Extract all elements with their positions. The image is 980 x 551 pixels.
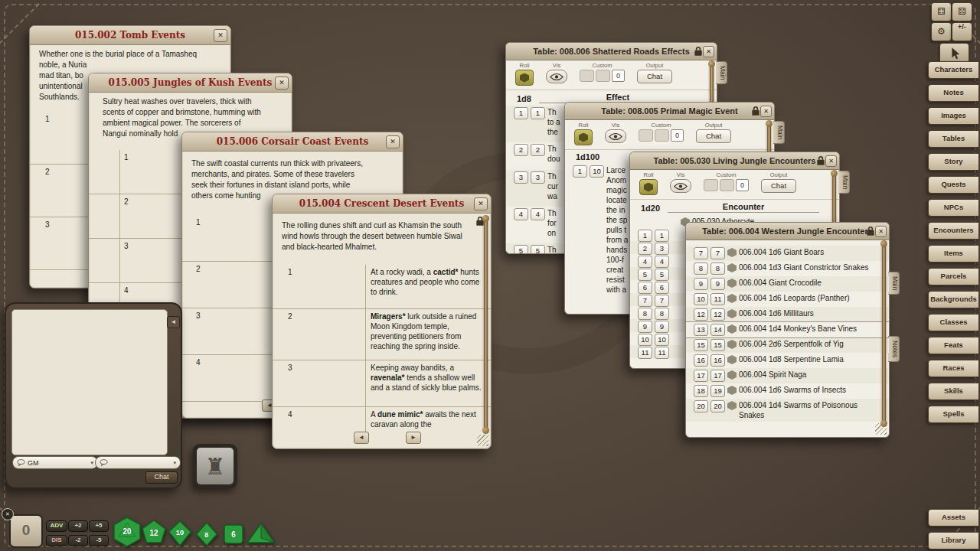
range-from-button[interactable]: 5 — [514, 245, 528, 253]
effect-text[interactable]: Thdou — [547, 144, 560, 164]
custom-value[interactable]: 0 — [671, 129, 684, 142]
roll-die-button[interactable] — [639, 179, 658, 195]
range-to-button[interactable]: 10 — [590, 165, 604, 178]
encounter-link[interactable]: 006.004 2d6 Serpentfolk of Yig — [739, 339, 875, 349]
d20-die[interactable]: 20 — [113, 517, 142, 547]
lock-icon[interactable] — [866, 226, 875, 236]
close-icon[interactable]: ✕ — [875, 226, 887, 237]
range-from-button[interactable]: 13 — [694, 324, 708, 336]
range-from-button[interactable]: 2 — [638, 243, 652, 255]
effect-text[interactable]: Thcurwa — [547, 171, 558, 201]
effect-text[interactable]: Thforon — [547, 208, 557, 238]
range-to-button[interactable]: 2 — [531, 144, 545, 156]
encounter-link[interactable]: 006.004 1d4 Monkey's Bane Vines — [739, 324, 875, 334]
custom-decrement-button[interactable] — [639, 129, 653, 142]
effect-text[interactable]: Thto athe — [547, 107, 560, 137]
range-from-button[interactable]: 4 — [638, 256, 652, 268]
dice-roll-button[interactable]: ⚄ — [952, 2, 972, 21]
range-to-button[interactable]: 6 — [655, 282, 669, 294]
d6-die[interactable]: 6 — [223, 523, 244, 545]
lock-icon[interactable] — [751, 106, 760, 116]
resize-grip[interactable] — [477, 435, 488, 446]
sidebar-item-characters[interactable]: Characters — [928, 61, 979, 79]
next-page-button[interactable]: ► — [406, 432, 421, 444]
range-to-button[interactable]: 1 — [531, 107, 545, 119]
sidebar-item-spells[interactable]: Spells — [928, 406, 979, 423]
effect-text[interactable]: Th — [547, 245, 557, 253]
tab-main[interactable]: Main — [838, 171, 850, 194]
window-titlebar[interactable]: Table: 008.006 Shattered Roads Effects ✕ — [506, 43, 717, 60]
sidebar-item-items[interactable]: Items — [928, 245, 979, 262]
plus5-button[interactable]: +5 — [89, 520, 109, 532]
minus2-button[interactable]: -2 — [68, 535, 88, 546]
minus5-button[interactable]: -5 — [89, 535, 109, 546]
row-text[interactable]: At a rocky wadi, a cactid* hunts creatur… — [366, 265, 491, 308]
lock-icon[interactable] — [694, 46, 703, 57]
window-titlebar[interactable]: 015.004 Crescent Desert Events ✕ — [273, 194, 491, 214]
close-icon[interactable]: ✕ — [825, 155, 837, 167]
range-to-button[interactable]: 3 — [655, 243, 669, 255]
disadvantage-button[interactable]: DIS — [46, 535, 67, 546]
d4-die[interactable] — [245, 522, 276, 545]
visibility-eye-button[interactable] — [670, 179, 691, 193]
range-from-button[interactable]: 9 — [638, 321, 652, 333]
range-to-button[interactable]: 9 — [710, 278, 725, 290]
tab-main[interactable]: Main — [716, 61, 727, 84]
plus2-button[interactable]: +2 — [68, 520, 88, 532]
window-titlebar[interactable]: 015.005 Jungles of Kush Events ✕ — [89, 73, 292, 93]
close-icon[interactable]: ✕ — [703, 46, 714, 57]
collapse-chat-button[interactable]: ◄ — [167, 316, 180, 328]
range-to-button[interactable]: 16 — [710, 354, 725, 367]
advantage-button[interactable]: ADV — [46, 520, 67, 532]
modifier-stack-box[interactable]: 0 — [9, 514, 43, 548]
close-icon[interactable]: ✕ — [760, 106, 772, 117]
modifier-toggle-button[interactable]: +/- — [952, 22, 972, 41]
range-to-button[interactable]: 12 — [710, 308, 725, 321]
range-from-button[interactable]: 11 — [638, 347, 652, 359]
close-icon[interactable]: ✕ — [214, 29, 227, 42]
row-text[interactable]: A dune mimic* awaits the next caravan al… — [366, 407, 491, 442]
sidebar-item-encounters[interactable]: Encounters — [928, 222, 979, 240]
range-from-button[interactable]: 4 — [514, 208, 528, 220]
voice-select[interactable]: ▾ — [95, 456, 181, 469]
range-to-button[interactable]: 5 — [655, 269, 669, 281]
range-to-button[interactable]: 19 — [710, 385, 725, 397]
sidebar-item-story[interactable]: Story — [928, 153, 979, 171]
output-chat-button[interactable]: Chat — [696, 129, 731, 143]
chat-send-button[interactable]: Chat — [145, 471, 178, 484]
sidebar-item-images[interactable]: Images — [928, 107, 979, 125]
visibility-eye-button[interactable] — [605, 129, 626, 143]
range-from-button[interactable]: 8 — [638, 308, 652, 320]
range-from-button[interactable]: 16 — [694, 354, 708, 367]
range-from-button[interactable]: 1 — [573, 165, 587, 178]
custom-increment-button[interactable] — [596, 70, 610, 82]
encounter-link[interactable]: 006.004 Giant Crocodile — [739, 278, 875, 288]
encounter-link[interactable]: 006.004 1d6 Giant Boars — [739, 247, 875, 257]
settings-button[interactable]: ⚙ — [931, 22, 952, 41]
range-to-button[interactable]: 3 — [531, 171, 545, 184]
sidebar-item-assets[interactable]: Assets — [928, 509, 979, 527]
range-from-button[interactable]: 1 — [514, 107, 528, 119]
encounter-link[interactable]: 006.004 1d6 Swarms of Insects — [739, 385, 875, 395]
visibility-eye-button[interactable] — [546, 70, 567, 83]
range-from-button[interactable]: 20 — [694, 400, 708, 412]
d12-die[interactable]: 12 — [141, 520, 167, 547]
sidebar-item-classes[interactable]: Classes — [928, 314, 979, 331]
range-to-button[interactable]: 10 — [655, 334, 669, 346]
prev-page-button[interactable]: ◄ — [354, 432, 369, 444]
chat-log[interactable] — [11, 309, 168, 455]
close-icon[interactable]: ✕ — [275, 77, 289, 90]
range-from-button[interactable]: 17 — [694, 370, 708, 382]
encounter-link[interactable]: 006.004 1d6 Millitaurs — [739, 308, 875, 318]
clear-modifier-button[interactable]: ✕ — [2, 508, 14, 520]
sidebar-item-quests[interactable]: Quests — [928, 176, 979, 194]
range-from-button[interactable]: 18 — [694, 385, 708, 397]
close-icon[interactable]: ✕ — [474, 197, 488, 210]
d10-die[interactable]: 10 — [168, 520, 192, 546]
custom-decrement-button[interactable] — [580, 70, 594, 82]
range-from-button[interactable]: 7 — [638, 295, 652, 307]
range-from-button[interactable]: 7 — [694, 247, 708, 259]
range-to-button[interactable]: 17 — [710, 370, 725, 382]
resize-grip[interactable] — [875, 423, 887, 435]
window-titlebar[interactable]: Table: 008.005 Primal Magic Event ✕ — [565, 103, 774, 120]
